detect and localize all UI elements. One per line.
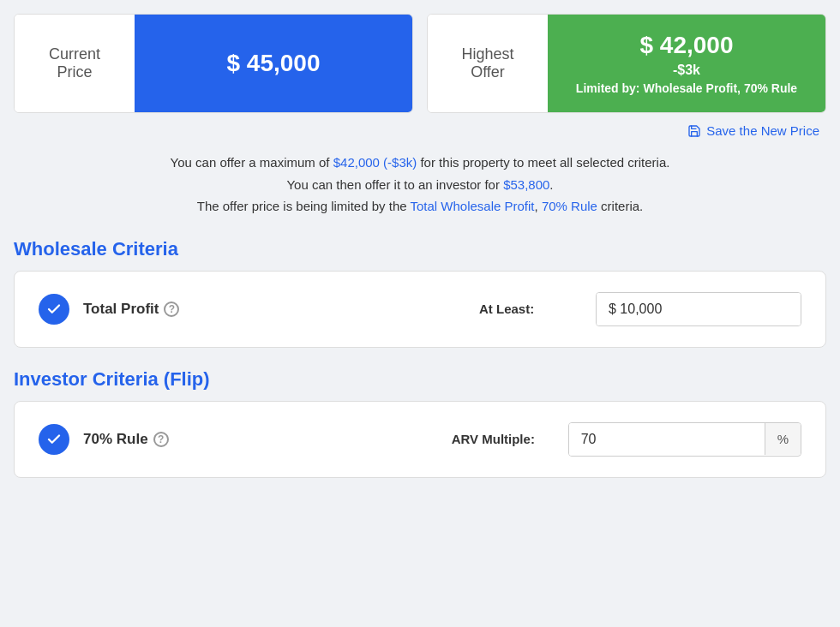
info-line-2: You can then offer it to an investor for… xyxy=(14,174,826,196)
total-profit-row: Total Profit ? At Least: xyxy=(39,292,801,326)
info-line-1: You can offer a maximum of $42,000 (-$3k… xyxy=(14,152,826,174)
total-profit-help-icon[interactable]: ? xyxy=(164,302,179,317)
total-profit-name: Total Profit ? xyxy=(83,301,179,318)
arv-multiple-input-wrap: % xyxy=(568,422,801,457)
total-profit-input-wrap xyxy=(596,292,801,326)
main-container: Current Price $ 45,000 Highest Offer $ 4… xyxy=(14,14,826,478)
arv-multiple-label: ARV Multiple: xyxy=(452,432,555,446)
info-line-3: The offer price is being limited by the … xyxy=(14,195,826,218)
wholesale-criteria-card: Total Profit ? At Least: xyxy=(14,271,826,348)
seventy-rule-link[interactable]: 70% Rule xyxy=(542,199,597,213)
current-price-label: Current Price xyxy=(15,15,135,112)
highest-offer-card: Highest Offer $ 42,000 -$3k Limited by: … xyxy=(427,14,826,113)
save-new-price-button[interactable]: Save the New Price xyxy=(681,120,826,141)
checkmark-icon xyxy=(46,302,62,317)
highest-offer-main-price: $ 42,000 xyxy=(640,32,734,59)
total-wholesale-profit-link[interactable]: Total Wholesale Profit xyxy=(410,199,534,213)
current-price-value: $ 45,000 xyxy=(135,15,412,112)
highest-offer-limit-text: Limited by: Wholesale Profit, 70% Rule xyxy=(576,81,797,95)
investor-criteria-card: 70% Rule ? ARV Multiple: % xyxy=(14,401,826,478)
wholesale-criteria-title: Wholesale Criteria xyxy=(14,238,826,260)
diff-text: (-$3k) xyxy=(383,155,417,170)
arv-multiple-input[interactable] xyxy=(569,423,765,456)
percent-suffix: % xyxy=(765,423,801,455)
seventy-rule-row: 70% Rule ? ARV Multiple: % xyxy=(39,422,801,457)
highest-offer-sub-text: -$3k xyxy=(673,63,700,78)
checkmark-icon-2 xyxy=(46,432,62,447)
save-row: Save the New Price xyxy=(14,120,826,141)
investor-price-link[interactable]: $53,800 xyxy=(503,177,549,192)
info-text-block: You can offer a maximum of $42,000 (-$3k… xyxy=(14,152,826,218)
investor-criteria-title: Investor Criteria (Flip) xyxy=(14,368,826,391)
highest-offer-label: Highest Offer xyxy=(428,15,548,112)
total-profit-input[interactable] xyxy=(597,293,801,325)
seventy-rule-name: 70% Rule ? xyxy=(83,431,169,448)
total-profit-check-icon xyxy=(39,294,69,325)
highest-offer-value: $ 42,000 -$3k Limited by: Wholesale Prof… xyxy=(548,15,825,112)
seventy-rule-check-icon xyxy=(39,424,69,455)
floppy-disk-icon xyxy=(687,124,701,138)
total-profit-at-least-label: At Least: xyxy=(479,302,582,316)
price-cards-row: Current Price $ 45,000 Highest Offer $ 4… xyxy=(14,14,826,113)
max-offer-link[interactable]: $42,000 xyxy=(333,155,380,170)
current-price-card: Current Price $ 45,000 xyxy=(14,14,413,113)
seventy-rule-help-icon[interactable]: ? xyxy=(153,432,169,447)
